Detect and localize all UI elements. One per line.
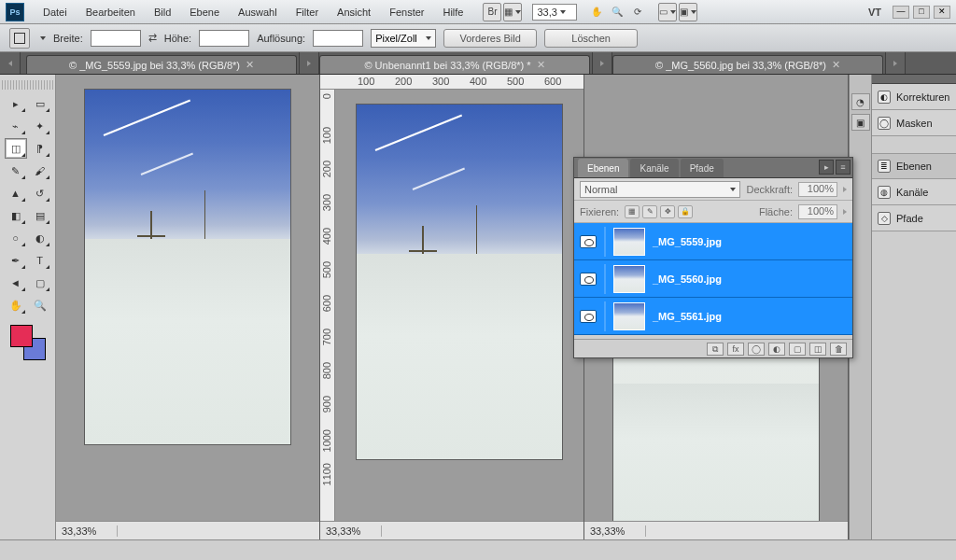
menu-view[interactable]: Ansicht <box>328 3 380 21</box>
menu-file[interactable]: Datei <box>34 3 77 21</box>
clone-stamp-tool[interactable]: ▲ <box>5 183 27 203</box>
bridge-button[interactable]: Br <box>483 3 501 21</box>
menu-edit[interactable]: Bearbeiten <box>77 3 145 21</box>
zoom-tool-shortcut[interactable]: 🔍 <box>608 3 626 21</box>
menu-help[interactable]: Hilfe <box>433 3 472 21</box>
workspace-switcher[interactable]: VT <box>861 7 889 18</box>
corrections-panel-button[interactable]: ◐Korrekturen <box>872 84 956 110</box>
channels-panel-button[interactable]: ◍Kanäle <box>872 179 956 205</box>
crop-height-input[interactable] <box>199 30 249 47</box>
app-logo[interactable]: Ps <box>6 3 24 21</box>
document-tab-2[interactable]: © Unbenannt1 bei 33,3% (RGB/8*) * ✕ <box>319 55 590 74</box>
tools-grip[interactable] <box>2 80 54 90</box>
status-zoom[interactable]: 33,33% <box>62 525 118 537</box>
eyedropper-tool[interactable]: ⁋ <box>29 138 51 159</box>
adjustment-layer-icon[interactable]: ◐ <box>768 343 785 356</box>
blend-mode-select[interactable]: Normal <box>580 181 740 198</box>
status-zoom[interactable]: 33,33% <box>326 525 382 537</box>
vertical-ruler[interactable]: 0 100 200 300 400 500 600 700 800 900 10… <box>320 90 335 521</box>
info-icon[interactable]: ▣ <box>851 114 870 131</box>
fill-slider-icon[interactable] <box>843 209 847 215</box>
window-close-button[interactable]: ✕ <box>934 6 950 19</box>
path-select-tool[interactable]: ◄ <box>5 273 27 293</box>
tab-scroll-sep-2[interactable] <box>592 52 612 74</box>
canvas-image[interactable] <box>85 90 290 444</box>
document-pane-1[interactable]: 33,33% <box>56 75 320 539</box>
menu-layer[interactable]: Ebene <box>180 3 229 21</box>
history-brush-tool[interactable]: ↺ <box>29 183 51 203</box>
window-minimize-button[interactable]: — <box>893 6 909 19</box>
layer-style-icon[interactable]: fx <box>727 343 744 356</box>
screen-mode-button[interactable]: ▣ <box>679 3 697 21</box>
opacity-input[interactable]: 100% <box>798 182 837 197</box>
menu-window[interactable]: Fenster <box>380 3 433 21</box>
eraser-tool[interactable]: ◧ <box>5 205 27 226</box>
gradient-tool[interactable]: ▤ <box>29 205 51 226</box>
layers-panel-button[interactable]: ≣Ebenen <box>872 153 956 179</box>
marquee-tool[interactable]: ▭ <box>29 93 51 114</box>
menu-filter[interactable]: Filter <box>287 3 328 21</box>
lock-all-icon[interactable]: 🔒 <box>678 205 693 218</box>
shape-tool[interactable]: ▢ <box>29 273 51 293</box>
healing-brush-tool[interactable]: ✎ <box>5 161 27 181</box>
layer-thumbnail[interactable] <box>613 228 645 256</box>
hand-tool-shortcut[interactable]: ✋ <box>587 3 606 21</box>
document-pane-2[interactable]: 100 200 300 400 500 600 0 100 200 300 40… <box>320 75 584 539</box>
dodge-tool[interactable]: ◐ <box>29 228 51 248</box>
lock-pixels-icon[interactable]: ✎ <box>642 205 657 218</box>
canvas-image[interactable] <box>357 105 562 459</box>
close-icon[interactable]: ✕ <box>832 59 840 71</box>
close-icon[interactable]: ✕ <box>246 59 254 71</box>
masks-panel-button[interactable]: ◯Masken <box>872 110 956 136</box>
layers-tab[interactable]: Ebenen <box>578 159 628 177</box>
histogram-icon[interactable]: ◔ <box>851 93 870 110</box>
layer-thumbnail[interactable] <box>613 265 645 293</box>
move-tool[interactable]: ▸ <box>5 93 27 114</box>
group-icon[interactable]: ▢ <box>789 343 806 356</box>
crop-width-input[interactable] <box>91 30 141 47</box>
resolution-unit-select[interactable]: Pixel/Zoll <box>371 29 436 48</box>
crop-preset-dropdown[interactable] <box>40 36 46 40</box>
layer-name[interactable]: _MG_5560.jpg <box>653 273 722 285</box>
panel-menu-icon[interactable]: ≡ <box>836 160 851 175</box>
clear-button[interactable]: Löschen <box>544 29 638 48</box>
menu-select[interactable]: Auswahl <box>229 3 287 21</box>
document-tab-1[interactable]: © _MG_5559.jpg bei 33,3% (RGB/8*) ✕ <box>26 55 297 74</box>
layer-row[interactable]: _MG_5561.jpg <box>574 298 852 335</box>
zoom-level-field[interactable]: 33,3 <box>532 4 577 21</box>
link-layers-icon[interactable]: ⧉ <box>707 343 724 356</box>
window-maximize-button[interactable]: □ <box>913 6 930 19</box>
visibility-toggle-icon[interactable] <box>580 235 597 248</box>
layer-row[interactable]: _MG_5559.jpg <box>574 223 852 260</box>
foreground-color-swatch[interactable] <box>10 325 33 347</box>
menu-image[interactable]: Bild <box>145 3 180 21</box>
visibility-toggle-icon[interactable] <box>580 273 597 286</box>
crop-tool[interactable]: ◫ <box>5 138 27 159</box>
status-zoom[interactable]: 33,33% <box>590 525 646 537</box>
layer-name[interactable]: _MG_5559.jpg <box>653 236 722 247</box>
paths-panel-button[interactable]: ◇Pfade <box>872 205 956 231</box>
close-icon[interactable]: ✕ <box>537 59 545 71</box>
collapse-icon[interactable]: ▸ <box>819 160 834 175</box>
blur-tool[interactable]: ○ <box>5 228 27 248</box>
layer-mask-icon[interactable]: ◯ <box>748 343 765 356</box>
tab-scroll-sep-1[interactable] <box>299 52 319 74</box>
tab-scroll-right[interactable] <box>885 52 906 74</box>
type-tool[interactable]: T <box>29 250 51 271</box>
crop-resolution-input[interactable] <box>313 30 363 47</box>
arrange-documents-button[interactable]: ▭ <box>658 3 677 21</box>
crop-tool-icon[interactable] <box>9 28 30 49</box>
rotate-view-shortcut[interactable]: ⟳ <box>628 3 647 21</box>
visibility-toggle-icon[interactable] <box>580 310 597 323</box>
paths-tab[interactable]: Pfade <box>681 159 724 177</box>
new-layer-icon[interactable]: ◫ <box>809 343 826 356</box>
delete-layer-icon[interactable]: 🗑 <box>830 343 847 356</box>
channels-tab[interactable]: Kanäle <box>630 159 678 177</box>
opacity-slider-icon[interactable] <box>843 187 847 192</box>
tab-scroll-left[interactable] <box>0 52 21 74</box>
layer-row[interactable]: _MG_5560.jpg <box>574 260 852 298</box>
lasso-tool[interactable]: ⌁ <box>5 116 27 136</box>
brush-tool[interactable]: 🖌 <box>29 161 51 181</box>
lock-transparency-icon[interactable]: ▦ <box>625 205 640 218</box>
lock-position-icon[interactable]: ✥ <box>660 205 675 218</box>
